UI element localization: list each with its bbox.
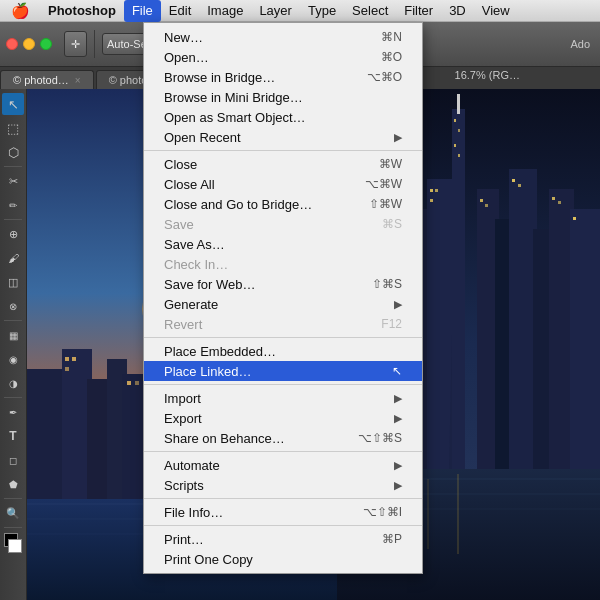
menu-item-print[interactable]: Print… ⌘P xyxy=(144,529,422,549)
svg-rect-2 xyxy=(27,369,67,499)
tool-zoom[interactable]: 🔍 xyxy=(2,502,24,524)
svg-rect-18 xyxy=(135,381,139,385)
menu-item-new[interactable]: New… ⌘N xyxy=(144,27,422,47)
apple-menu[interactable]: 🍎 xyxy=(0,2,40,20)
tool-sep-2 xyxy=(4,219,22,220)
tool-blur[interactable]: ◉ xyxy=(2,348,24,370)
tab-close-1[interactable]: × xyxy=(75,75,81,86)
menu-item-place-embedded[interactable]: Place Embedded… xyxy=(144,341,422,361)
svg-rect-58 xyxy=(480,199,483,202)
menu-item-share-behance[interactable]: Share on Behance… ⌥⇧⌘S xyxy=(144,428,422,448)
menu-item-close-go-bridge[interactable]: Close and Go to Bridge… ⇧⌘W xyxy=(144,194,422,214)
tool-move[interactable]: ↖ xyxy=(2,93,24,115)
menu-sep-6 xyxy=(144,525,422,526)
svg-rect-51 xyxy=(430,189,433,192)
menubar-item-photoshop[interactable]: Photoshop xyxy=(40,0,124,22)
menubar-item-filter[interactable]: Filter xyxy=(396,0,441,22)
menubar-item-view[interactable]: View xyxy=(474,0,518,22)
tool-path[interactable]: ◻ xyxy=(2,449,24,471)
menubar-item-layer[interactable]: Layer xyxy=(251,0,300,22)
tool-text[interactable]: T xyxy=(2,425,24,447)
menubar-item-image[interactable]: Image xyxy=(199,0,251,22)
svg-rect-17 xyxy=(127,381,131,385)
tool-dodge[interactable]: ◑ xyxy=(2,372,24,394)
menu-item-automate[interactable]: Automate ▶ xyxy=(144,455,422,475)
tool-clone[interactable]: ◫ xyxy=(2,271,24,293)
menubar-item-type[interactable]: Type xyxy=(300,0,344,22)
tool-gradient[interactable]: ▦ xyxy=(2,324,24,346)
menu-item-browse-mini-bridge[interactable]: Browse in Mini Bridge… xyxy=(144,87,422,107)
toolbar-divider-1 xyxy=(94,30,95,58)
color-swatches[interactable] xyxy=(2,533,24,553)
tab-photod[interactable]: © photod… × xyxy=(0,70,94,89)
menu-item-file-info[interactable]: File Info… ⌥⇧⌘I xyxy=(144,502,422,522)
svg-rect-42 xyxy=(570,209,600,469)
tool-shape[interactable]: ⬟ xyxy=(2,473,24,495)
menu-item-scripts[interactable]: Scripts ▶ xyxy=(144,475,422,495)
maximize-window-btn[interactable] xyxy=(40,38,52,50)
apple-icon: 🍎 xyxy=(11,2,30,20)
cursor-icon: ↖ xyxy=(392,364,402,378)
menu-item-browse-bridge[interactable]: Browse in Bridge… ⌥⌘O xyxy=(144,67,422,87)
svg-rect-39 xyxy=(509,169,537,469)
menu-sep-3 xyxy=(144,384,422,385)
menu-item-save-web[interactable]: Save for Web… ⇧⌘S xyxy=(144,274,422,294)
svg-rect-15 xyxy=(72,357,76,361)
menubar-item-3d[interactable]: 3D xyxy=(441,0,474,22)
svg-rect-59 xyxy=(485,204,488,207)
tool-sep-4 xyxy=(4,397,22,398)
close-window-btn[interactable] xyxy=(6,38,18,50)
svg-rect-55 xyxy=(458,129,460,132)
minimize-window-btn[interactable] xyxy=(23,38,35,50)
menu-item-export[interactable]: Export ▶ xyxy=(144,408,422,428)
move-tool-btn[interactable]: ✛ xyxy=(64,31,87,57)
menu-item-open-recent[interactable]: Open Recent ▶ xyxy=(144,127,422,147)
svg-rect-52 xyxy=(435,189,438,192)
tool-crop[interactable]: ✂ xyxy=(2,170,24,192)
left-toolbar: ↖ ⬚ ⬡ ✂ ✏ ⊕ 🖌 ◫ ⊗ ▦ ◉ ◑ ✒ T ◻ ⬟ 🔍 xyxy=(0,89,27,600)
menu-item-close-all[interactable]: Close All ⌥⌘W xyxy=(144,174,422,194)
menu-item-check-in[interactable]: Check In… xyxy=(144,254,422,274)
svg-rect-14 xyxy=(65,357,69,361)
tool-sep-3 xyxy=(4,320,22,321)
background-color[interactable] xyxy=(8,539,22,553)
menubar-item-edit[interactable]: Edit xyxy=(161,0,199,22)
menu-sep-1 xyxy=(144,150,422,151)
file-menu-dropdown: New… ⌘N Open… ⌘O Browse in Bridge… ⌥⌘O B… xyxy=(143,22,423,574)
tool-sep-5 xyxy=(4,498,22,499)
menu-item-open[interactable]: Open… ⌘O xyxy=(144,47,422,67)
tool-healing[interactable]: ⊕ xyxy=(2,223,24,245)
menu-item-save-as[interactable]: Save As… xyxy=(144,234,422,254)
svg-rect-63 xyxy=(558,201,561,204)
svg-rect-35 xyxy=(452,109,465,469)
tool-pen[interactable]: ✒ xyxy=(2,401,24,423)
menubar-item-select[interactable]: Select xyxy=(344,0,396,22)
menubar-item-file[interactable]: File xyxy=(124,0,161,22)
tool-eraser[interactable]: ⊗ xyxy=(2,295,24,317)
svg-rect-62 xyxy=(552,197,555,200)
move-icon: ✛ xyxy=(71,38,80,51)
tool-eyedropper[interactable]: ✏ xyxy=(2,194,24,216)
tool-lasso[interactable]: ⬡ xyxy=(2,141,24,163)
svg-rect-53 xyxy=(430,199,433,202)
tool-brush[interactable]: 🖌 xyxy=(2,247,24,269)
zoom-indicator: 16.7% (RG… xyxy=(455,69,520,81)
svg-rect-16 xyxy=(65,367,69,371)
ado-label: Ado xyxy=(570,38,590,50)
svg-rect-57 xyxy=(458,154,460,157)
menu-item-save[interactable]: Save ⌘S xyxy=(144,214,422,234)
menu-sep-2 xyxy=(144,337,422,338)
menu-item-generate[interactable]: Generate ▶ xyxy=(144,294,422,314)
menu-item-import[interactable]: Import ▶ xyxy=(144,388,422,408)
menu-item-print-one-copy[interactable]: Print One Copy xyxy=(144,549,422,569)
menu-item-close[interactable]: Close ⌘W xyxy=(144,154,422,174)
menu-item-revert[interactable]: Revert F12 xyxy=(144,314,422,334)
tab-label-1: © photod… xyxy=(13,74,69,86)
menubar: 🍎 Photoshop File Edit Image Layer Type S… xyxy=(0,0,600,22)
svg-rect-64 xyxy=(573,217,576,220)
menu-item-place-linked[interactable]: Place Linked… ↖ xyxy=(144,361,422,381)
tool-marquee[interactable]: ⬚ xyxy=(2,117,24,139)
menu-item-open-smart-object[interactable]: Open as Smart Object… xyxy=(144,107,422,127)
svg-rect-70 xyxy=(427,479,429,549)
svg-rect-61 xyxy=(518,184,521,187)
